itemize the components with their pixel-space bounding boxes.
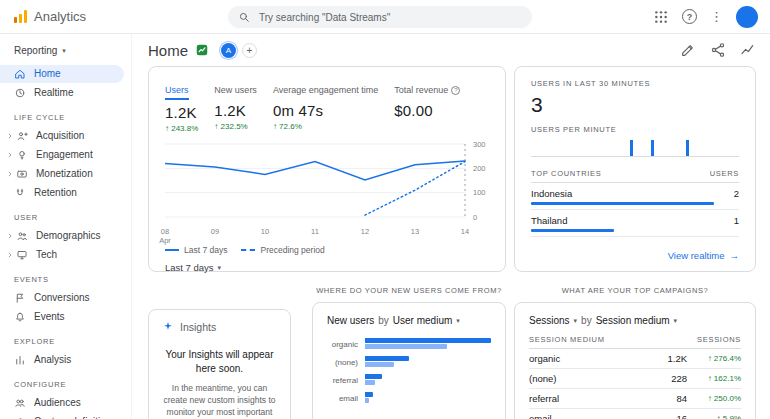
sessions-delta: ↑ 5.9% [687,414,741,419]
engagement-icon [16,149,28,161]
minute-bar [630,140,633,156]
campaigns-table-header: SESSION MEDIUM SESSIONS [529,335,741,349]
x-axis-label: 09 [211,227,219,236]
tech-icon [16,249,28,261]
session-medium: organic [529,353,653,364]
new-users-card-title[interactable]: New users by User medium ▾ [327,315,491,326]
campaign-row-referral: referral84↑ 250.0% [529,389,741,409]
sidebar-item-label: Realtime [34,87,73,99]
metric-delta: ↑ 72.6% [273,122,378,131]
bar-category-label: organic [327,340,365,349]
sessions-value: 1.2K [653,353,687,364]
users-chart: 0100200300 [165,139,489,227]
customize-report-icon[interactable] [680,42,696,58]
sidebar-item-conversions[interactable]: Conversions [0,289,131,307]
campaign-row-none: (none)228↑ 162.1% [529,369,741,389]
sidebar-item-acquisition[interactable]: Acquisition [0,127,131,145]
sidebar-item-label: Demographics [36,230,100,242]
bar-current [365,374,382,379]
share-icon[interactable] [710,42,726,58]
date-range-selector[interactable]: Last 7 days ▾ [165,262,489,273]
sidebar-item-label: Analysis [34,354,71,366]
kebab-menu-icon[interactable]: ⋮ [710,10,723,23]
new-users-card: New users by User medium ▾ organic(none)… [312,302,506,419]
date-range-label: Last 7 days [165,262,214,273]
sidebar-nav: HomeRealtimeLIFE CYCLEAcquisitionEngagem… [0,65,131,419]
insights-card: Insights Your Insights will appear here … [148,309,291,419]
sidebar-item-audiences[interactable]: Audiences [0,394,131,412]
view-realtime-link[interactable]: View realtime → [668,250,739,261]
x-axis: 08Apr091011121314 [165,227,489,243]
bar-previous [365,380,375,385]
country-bar [531,229,614,232]
chevron-right-icon [6,132,14,140]
bar-group [365,392,491,404]
chevron-down-icon: ▾ [218,264,222,272]
apps-grid-icon[interactable] [653,9,669,25]
insights-icon[interactable] [740,42,756,58]
add-comparison-button[interactable]: + [242,43,257,58]
x-axis-label: 14 [461,227,469,236]
metric-tab-users[interactable]: Users1.2K↑ 243.8% [165,79,198,133]
session-medium: referral [529,393,653,404]
campaigns-card-title[interactable]: Sessions ▾ by Session medium ▾ [529,315,741,326]
user-avatar[interactable] [736,6,758,28]
bar-group [365,356,491,368]
metric-delta: ↑ 243.8% [165,124,198,133]
per-minute-label: USERS PER MINUTE [531,125,739,134]
campaign-row-email: email16↑ 5.9% [529,409,741,419]
report-type-icon[interactable] [195,43,209,57]
sidebar-item-label: Conversions [34,292,90,304]
legend-swatch [241,249,255,251]
realtime-users-value: 3 [531,93,739,117]
brand[interactable]: Analytics [0,9,150,24]
topbar: Analytics Try searching "Data Streams" ?… [0,0,770,34]
minute-bar [651,140,654,156]
sidebar-item-demographics[interactable]: Demographics [0,227,131,245]
metric-tab-total-revenue[interactable]: Total revenue ?$0.00 [394,79,460,133]
insights-body: In the meantime, you can create new cust… [161,383,278,419]
metric-value: 0m 47s [273,102,378,119]
collection-label: Reporting [14,45,57,56]
sidebar-item-analysis[interactable]: Analysis [0,351,131,369]
chevron-right-icon [6,170,14,178]
bar-current [365,356,409,361]
session-medium: email [529,413,653,419]
metric-tabs: Users1.2K↑ 243.8%New users1.2K↑ 232.5%Av… [149,67,505,137]
sidebar-item-custom-definitions[interactable]: Custom definitions [0,413,131,419]
metric-value: $0.00 [394,102,460,119]
search-icon [238,11,251,24]
page-title: Home [148,42,188,59]
sidebar-item-label: Monetization [36,168,93,180]
acquisition-icon [16,130,28,142]
metric-tab-average-engagement-time[interactable]: Average engagement time0m 47s↑ 72.6% [273,79,378,133]
sidebar-item-realtime[interactable]: Realtime [0,84,131,102]
comparison-chip[interactable]: A [221,43,236,58]
help-icon[interactable]: ? [682,9,697,24]
sidebar-section-events: EVENTS [0,265,131,288]
sidebar-item-events[interactable]: Events [0,308,131,326]
bar-group [365,374,491,386]
sidebar-item-home[interactable]: Home [0,65,124,83]
sidebar-item-retention[interactable]: Retention [0,184,131,202]
search-input[interactable]: Try searching "Data Streams" [228,6,532,28]
insights-header: Insights [161,320,278,334]
metric-label: Average engagement time [273,85,378,98]
sidebar-section-user: USER [0,203,131,226]
new-users-question: WHERE DO YOUR NEW USERS COME FROM? [312,286,506,295]
campaigns-question: WHAT ARE YOUR TOP CAMPAIGNS? [514,286,756,295]
bar-row-organic: organic [327,338,491,350]
session-medium: (none) [529,373,653,384]
svg-text:100: 100 [473,188,486,197]
collection-switcher[interactable]: Reporting ▾ [0,39,131,64]
sidebar-item-engagement[interactable]: Engagement [0,146,131,164]
chevron-right-icon [6,232,14,240]
countries-table-header: TOP COUNTRIES USERS [531,169,739,183]
metric-column-header: SESSIONS [697,335,741,344]
x-axis-label: 12 [361,227,369,236]
country-name: Indonesia [531,188,572,199]
sidebar-item-monetization[interactable]: Monetization [0,165,131,183]
metric-tab-new-users[interactable]: New users1.2K↑ 232.5% [214,79,257,133]
sidebar-item-tech[interactable]: Tech [0,246,131,264]
country-bar [531,202,714,205]
